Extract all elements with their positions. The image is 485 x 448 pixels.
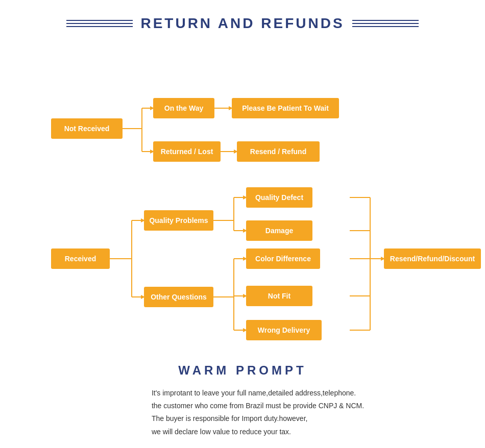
page-title: RETURN AND REFUNDS: [140, 15, 344, 32]
damage-box: Damage: [246, 220, 312, 241]
title-right-lines: [352, 20, 419, 27]
quality-problems-box: Quality Problems: [144, 210, 213, 231]
page-container: RETURN AND REFUNDS: [0, 0, 485, 448]
warm-prompt-line-1: It's improtant to leave your full name,d…: [152, 389, 356, 397]
title-section: RETURN AND REFUNDS: [15, 15, 470, 32]
warm-prompt-text: It's improtant to leave your full name,d…: [152, 387, 364, 438]
warm-prompt-line-4: we will declare low value to reduce your…: [152, 428, 291, 436]
please-be-patient-box: Please Be Patient To Wait: [232, 98, 339, 118]
quality-defect-box: Quality Defect: [246, 187, 312, 208]
on-the-way-box: On the Way: [153, 98, 214, 118]
color-difference-box: Color Difference: [246, 248, 320, 269]
title-left-lines: [66, 20, 133, 27]
resend-refund-box: Resend / Refund: [237, 141, 320, 162]
wrong-delivery-box: Wrong Delivery: [246, 320, 322, 340]
received-box: Received: [51, 248, 110, 269]
returned-lost-box: Returned / Lost: [153, 141, 221, 162]
warm-prompt-title: WARM PROMPT: [15, 363, 470, 378]
not-received-box: Not Received: [51, 118, 123, 139]
warm-prompt-section: WARM PROMPT It's improtant to leave your…: [15, 363, 470, 438]
other-questions-box: Other Questions: [144, 287, 213, 307]
not-fit-box: Not Fit: [246, 286, 312, 306]
resend-refund-discount-box: Resend/Refund/Discount: [384, 248, 481, 269]
warm-prompt-line-2: the customer who come from Brazil must b…: [152, 402, 364, 410]
diagram-section: Not Received On the Way Returned / Lost …: [15, 47, 470, 353]
warm-prompt-line-3: The buyer is responsible for Import duty…: [152, 414, 308, 422]
diagram-arrows: [15, 47, 470, 353]
